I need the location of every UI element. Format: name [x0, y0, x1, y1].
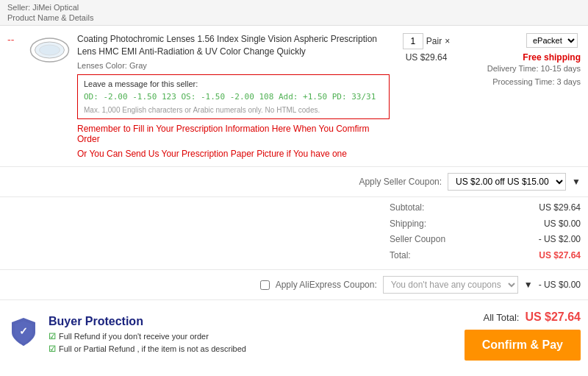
ali-coupon-value: - US $0.00 [539, 280, 581, 290]
delivery-label: Delivery Time: [487, 64, 539, 73]
seller-coupon-row: Seller Coupon - US $2.00 [390, 232, 581, 248]
delivery-time: 10-15 days [541, 64, 581, 73]
unit-label: Pair [426, 36, 442, 46]
product-image [29, 33, 70, 66]
qty-row: Pair × [403, 33, 450, 49]
reminder-line1: Remember to Fill in Your Prescription In… [77, 124, 390, 144]
processing-label: Processing Time: [492, 77, 554, 86]
shipping-select[interactable]: ePacket [526, 33, 578, 48]
confirm-pay-button[interactable]: Confirm & Pay [465, 330, 581, 361]
order-summary: Subtotal: US $29.64 Shipping: US $0.00 S… [0, 197, 588, 270]
all-total-label: All Total: [483, 312, 519, 323]
subtotal-label: Subtotal: [390, 200, 522, 216]
coupon-row: Apply Seller Coupon: US $2.00 off US $15… [0, 167, 588, 197]
svg-point-2 [40, 45, 60, 55]
free-shipping-label: Free shipping [523, 52, 581, 63]
seller-coupon-label: Seller Coupon [390, 232, 522, 248]
checkmark-icon-1: ☑ [49, 331, 56, 342]
seller-name: JiMei Optical [32, 3, 79, 12]
lenses-color: Lenses Color: Gray [77, 61, 390, 70]
coupon-select[interactable]: US $2.00 off US $15.00 [448, 173, 566, 191]
coupon-label: Apply Seller Coupon: [359, 177, 442, 187]
quantity-input[interactable] [403, 33, 423, 49]
total-and-pay: All Total: US $27.64 Confirm & Pay [465, 311, 581, 361]
shipping-label: Shipping: [390, 216, 522, 233]
lens-icon [29, 35, 70, 65]
seller-message-label: Leave a message for this seller: [84, 79, 383, 88]
all-total-value: US $27.64 [525, 311, 581, 324]
protection-item-1: ☑ Full Refund if you don't receive your … [49, 331, 453, 342]
ali-coupon-label: Apply AliExpress Coupon: [276, 280, 377, 290]
all-total-row: All Total: US $27.64 [483, 311, 581, 324]
product-dash: -- [7, 35, 22, 45]
aliexpress-coupon-checkbox[interactable] [260, 280, 270, 290]
delivery-time-row: Delivery Time: 10-15 days [487, 63, 581, 76]
protection-text-1: Full Refund if you don't receive your or… [59, 331, 209, 342]
product-row: -- Coating Photochromic Lenses 1.56 Inde… [0, 26, 588, 167]
seller-info: Seller: JiMei Optical [7, 3, 581, 12]
protection-item-2: ☑ Full or Partial Refund , if the item i… [49, 344, 453, 355]
subtotal-row: Subtotal: US $29.64 [390, 200, 581, 216]
aliexpress-coupon-row: Apply AliExpress Coupon: You don't have … [0, 270, 588, 300]
unit-price: US $29.64 [406, 52, 448, 63]
total-value: US $27.64 [522, 248, 581, 264]
seller-label: Seller: [7, 3, 30, 12]
seller-coupon-value: - US $2.00 [522, 232, 581, 248]
header-bar: Seller: JiMei Optical Product Name & Det… [0, 0, 588, 26]
shipping-method: ePacket [526, 33, 581, 48]
shipping-row: Shipping: US $0.00 [390, 216, 581, 233]
lenses-color-label: Lenses Color: [77, 61, 127, 70]
seller-message-box: Leave a message for this seller: OD: -2.… [77, 74, 390, 120]
shipping-value: US $0.00 [522, 216, 581, 233]
quantity-price: Pair × US $29.64 [397, 33, 456, 63]
total-row: Total: US $27.64 [390, 248, 581, 264]
processing-time: 3 days [557, 77, 581, 86]
footer-bar: ✓ Buyer Protection ☑ Full Refund if you … [0, 300, 588, 371]
message-hint: Max. 1,000 English characters or Arabic … [84, 106, 383, 114]
product-name: Coating Photochromic Lenses 1.56 Index S… [77, 33, 390, 58]
multiply-symbol: × [445, 36, 450, 46]
svg-text:✓: ✓ [19, 325, 28, 337]
protection-content: Buyer Protection ☑ Full Refund if you do… [49, 315, 453, 357]
shipping-info: ePacket Free shipping Delivery Time: 10-… [463, 33, 581, 88]
price-value: $29.64 [420, 52, 448, 63]
ali-coupon-dropdown-icon: ▼ [524, 280, 533, 290]
ali-coupon-select[interactable]: You don't have any coupons [383, 276, 518, 294]
product-label: Product Name & Details [7, 13, 581, 22]
protection-title: Buyer Protection [49, 315, 453, 328]
subtotal-value: US $29.64 [522, 200, 581, 216]
reminder-line2: Or You Can Send Us Your Prescription Pap… [77, 149, 390, 159]
shield-icon: ✓ [7, 315, 40, 347]
protection-text-2: Full or Partial Refund , if the item is … [59, 344, 246, 355]
total-label: Total: [390, 248, 522, 264]
buyer-protection: ✓ Buyer Protection ☑ Full Refund if you … [7, 315, 453, 357]
lenses-color-value: Gray [129, 61, 147, 70]
currency: US [406, 52, 418, 63]
prescription-text: OD: -2.00 -1.50 123 OS: -1.50 -2.00 108 … [84, 91, 383, 104]
checkmark-icon-2: ☑ [49, 344, 56, 355]
delivery-info: Delivery Time: 10-15 days Processing Tim… [487, 63, 581, 88]
product-info: Coating Photochromic Lenses 1.56 Index S… [77, 33, 390, 159]
coupon-dropdown-icon: ▼ [572, 177, 581, 187]
processing-time-row: Processing Time: 3 days [487, 76, 581, 89]
